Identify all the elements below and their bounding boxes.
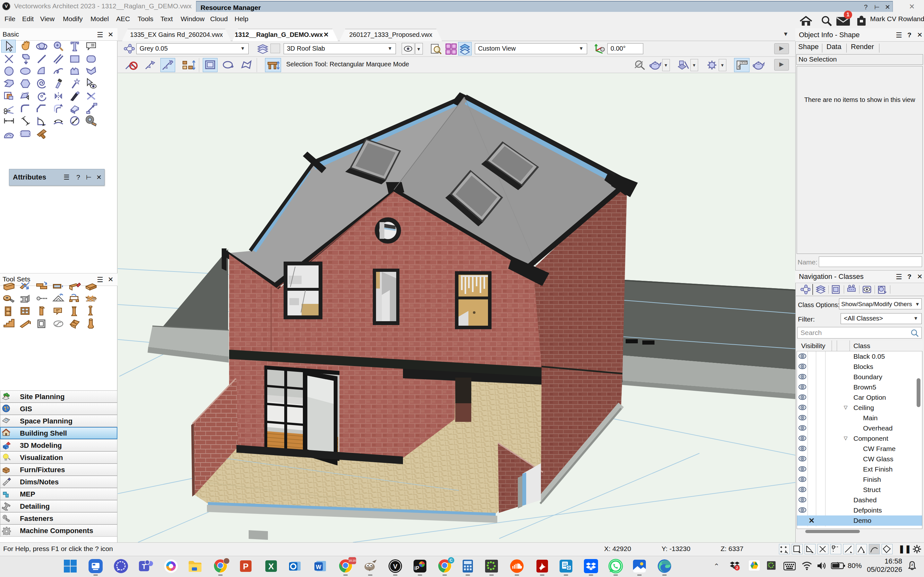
svg-text:2: 2 bbox=[736, 566, 738, 570]
svg-text:iP: iP bbox=[414, 566, 419, 571]
svg-text:X: X bbox=[268, 562, 274, 571]
svg-text:V: V bbox=[393, 563, 397, 570]
svg-text:z: z bbox=[911, 562, 913, 566]
svg-text:W: W bbox=[316, 564, 321, 570]
svg-text:P: P bbox=[243, 562, 248, 571]
